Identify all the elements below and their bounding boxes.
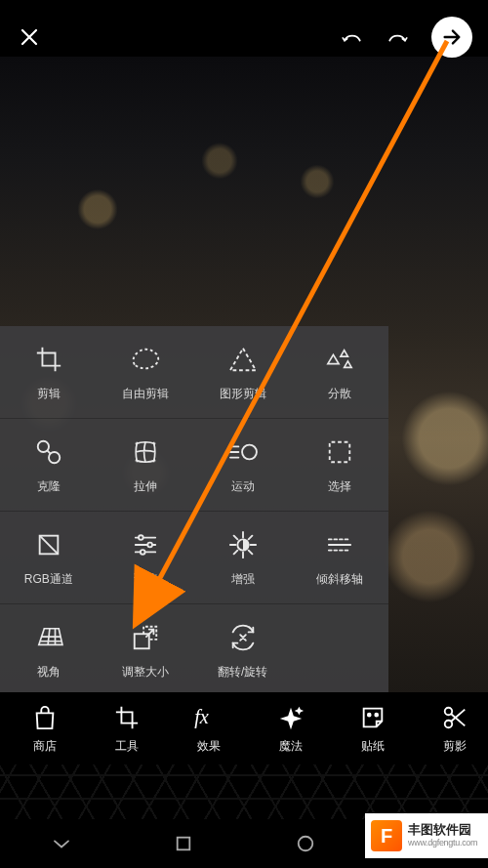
motion-icon — [227, 435, 259, 469]
tool-free-crop[interactable]: 自由剪辑 — [98, 326, 195, 419]
tab-label: 魔法 — [279, 738, 303, 755]
watermark-logo: F — [371, 820, 402, 851]
tool-tilt[interactable]: 倾斜移轴 — [292, 512, 389, 604]
rgb-icon — [35, 528, 62, 561]
tab-label: 商店 — [33, 738, 57, 755]
tool-label: 翻转/旋转 — [218, 664, 267, 681]
tab-label: 效果 — [197, 738, 221, 755]
tool-adjust[interactable]: 调节 — [98, 512, 195, 604]
bottom-tab-bar: 商店 工具 fx 效果 魔法 贴纸 剪影 — [0, 692, 488, 765]
resize-icon — [131, 621, 160, 654]
sliders-icon — [132, 528, 159, 561]
tool-rotate[interactable]: 翻转/旋转 — [194, 604, 292, 697]
tab-label: 贴纸 — [361, 738, 385, 755]
svg-point-12 — [375, 713, 378, 716]
triangle-dashed-icon — [228, 343, 258, 376]
svg-point-7 — [141, 550, 145, 555]
tool-label: 增强 — [231, 571, 255, 588]
tool-scatter[interactable]: 分散 — [292, 326, 389, 419]
svg-point-16 — [298, 837, 312, 851]
nav-home-icon[interactable] — [292, 830, 319, 857]
tool-label: 自由剪辑 — [122, 386, 169, 402]
lasso-icon — [129, 343, 162, 376]
crop-icon — [114, 703, 140, 732]
tool-label: 克隆 — [37, 478, 61, 495]
tool-label: 运动 — [231, 478, 255, 495]
fx-icon: fx — [194, 703, 224, 732]
tool-select[interactable]: 选择 — [292, 419, 389, 512]
tool-label: 拉伸 — [134, 478, 157, 495]
tab-cut[interactable]: 剪影 — [416, 703, 488, 755]
tool-label: 选择 — [328, 478, 351, 495]
tool-enhance[interactable]: 增强 — [194, 512, 292, 604]
tool-panel: 剪辑 自由剪辑 图形剪辑 分散 克隆 拉伸 运动 — [0, 326, 388, 697]
undo-icon[interactable] — [338, 23, 365, 51]
scissors-icon — [441, 703, 468, 732]
watermark: F 丰图软件园 www.dgfengtu.com — [365, 813, 488, 858]
tool-label: 调节 — [134, 571, 157, 588]
perspective-icon — [33, 621, 64, 654]
watermark-title: 丰图软件园 — [408, 823, 477, 838]
tool-label: 分散 — [328, 386, 351, 402]
tab-label: 工具 — [115, 738, 139, 755]
tab-sticker[interactable]: 贴纸 — [334, 703, 412, 755]
svg-rect-15 — [177, 838, 189, 850]
sparkle-icon — [277, 703, 305, 732]
tool-stretch[interactable]: 拉伸 — [98, 419, 195, 512]
redo-icon[interactable] — [385, 23, 412, 51]
tool-label: 倾斜移轴 — [316, 571, 363, 588]
tool-clone[interactable]: 克隆 — [0, 419, 98, 512]
crop-icon — [34, 343, 63, 376]
tool-label: 视角 — [37, 664, 61, 681]
watermark-text: 丰图软件园 www.dgfengtu.com — [408, 823, 477, 847]
top-right-group — [338, 17, 472, 58]
select-icon — [326, 435, 353, 469]
enhance-icon — [228, 528, 258, 561]
mesh-icon — [132, 435, 159, 469]
tilt-icon — [325, 528, 354, 561]
scatter-icon — [324, 343, 355, 376]
tab-magic[interactable]: 魔法 — [252, 703, 330, 755]
tool-motion[interactable]: 运动 — [194, 419, 292, 512]
svg-point-5 — [139, 535, 143, 540]
watermark-url: www.dgfengtu.com — [408, 838, 477, 847]
next-button[interactable] — [431, 17, 472, 58]
tab-effects[interactable]: fx 效果 — [170, 703, 248, 755]
tool-label: 图形剪辑 — [220, 386, 266, 402]
tool-label: 调整大小 — [122, 664, 169, 681]
nav-recent-icon[interactable] — [170, 830, 197, 857]
tool-crop[interactable]: 剪辑 — [0, 326, 98, 419]
svg-text:fx: fx — [194, 706, 209, 728]
svg-point-13 — [445, 707, 452, 714]
tab-label: 剪影 — [443, 738, 467, 755]
tab-tools[interactable]: 工具 — [88, 703, 166, 755]
rotate-icon — [227, 621, 259, 654]
bag-icon — [32, 703, 58, 732]
tool-resize[interactable]: 调整大小 — [98, 604, 195, 697]
top-left-group — [16, 23, 43, 51]
tab-store[interactable]: 商店 — [6, 703, 84, 755]
svg-rect-3 — [330, 441, 350, 462]
tool-rgb[interactable]: RGB通道 — [0, 512, 98, 604]
svg-point-6 — [148, 542, 153, 547]
clone-icon — [34, 435, 63, 469]
sticker-icon — [359, 703, 386, 732]
top-toolbar — [16, 16, 472, 59]
svg-point-14 — [445, 720, 452, 726]
tool-label: RGB通道 — [24, 571, 73, 588]
tool-shape-crop[interactable]: 图形剪辑 — [194, 326, 292, 419]
svg-point-11 — [368, 713, 371, 716]
tool-label: 剪辑 — [37, 386, 61, 402]
close-icon[interactable] — [16, 23, 43, 51]
nav-expand-icon[interactable] — [48, 830, 75, 857]
svg-point-2 — [242, 444, 257, 459]
tool-perspective[interactable]: 视角 — [0, 604, 98, 697]
